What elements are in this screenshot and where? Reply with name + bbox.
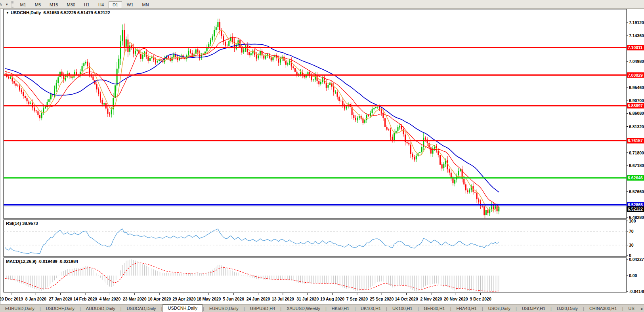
chart-title-ohlc: 6.51650 6.52225 6.51479 6.52122 bbox=[43, 10, 110, 15]
macd-axis-label: 0.042275 bbox=[629, 257, 644, 262]
rsi-axis-label: 70 bbox=[629, 229, 634, 234]
chart-title: ▼USDCNH,Daily 6.51650 6.52225 6.51479 6.… bbox=[6, 10, 110, 15]
price-axis-label: 7.19120 bbox=[629, 20, 644, 25]
date-axis-label: 8 Jan 2020 bbox=[25, 297, 46, 301]
date-axis-label: 27 Jan 2020 bbox=[49, 297, 72, 301]
date-axis-label: 23 Mar 2020 bbox=[123, 297, 147, 301]
price-line-badge-6.62646: 6.62646 bbox=[627, 175, 644, 181]
tab-AUDUSD-Daily[interactable]: AUDUSD,Daily bbox=[81, 305, 120, 312]
tab-UK100-H1[interactable]: UK100,H1 bbox=[387, 305, 418, 312]
timeframe-button-M15[interactable]: M15 bbox=[46, 1, 62, 8]
date-axis-label: 9 Dec 2020 bbox=[470, 297, 491, 301]
price-axis-label: 6.67180 bbox=[629, 163, 644, 168]
date-axis-label: 31 Jul 2020 bbox=[296, 297, 319, 301]
macd-indicator-label: MACD(12,26,9) -0.019489 -0.021984 bbox=[6, 259, 78, 264]
timeframe-button-H4[interactable]: H4 bbox=[94, 1, 108, 8]
rsi-axis-label: 100 bbox=[629, 219, 636, 223]
macd-pane[interactable] bbox=[4, 258, 627, 292]
top-toolbar: ✎ ▾ M1M5M15M30H1H4D1W1MN bbox=[0, 0, 644, 9]
svg-text:6.88897: 6.88897 bbox=[628, 103, 643, 108]
tab-USDCAD-Daily[interactable]: USDCAD,Daily bbox=[122, 305, 161, 312]
date-axis-label: 20 Nov 2020 bbox=[444, 297, 468, 301]
price-axis-label: 7.14360 bbox=[629, 33, 644, 38]
tab-HK50-H1[interactable]: HK50,H1 bbox=[327, 305, 355, 312]
tab-scroll-controls: ◄ ► bbox=[640, 307, 644, 312]
date-axis-label: 18 May 2020 bbox=[197, 297, 221, 301]
price-line-badge-7.00029: 7.00029 bbox=[627, 72, 644, 78]
tab-USDJPY-H1[interactable]: USDJPY,H1 bbox=[517, 305, 550, 312]
price-axis-label: 7.04980 bbox=[629, 59, 644, 64]
tab-UK100-H1[interactable]: UK100,H1 bbox=[355, 305, 386, 312]
timeframe-button-MN[interactable]: MN bbox=[138, 1, 153, 8]
rsi-axis-label: 30 bbox=[629, 243, 634, 247]
date-axis-label: 14 Oct 2020 bbox=[395, 297, 418, 301]
current-price-badge: 6.52122 bbox=[627, 206, 644, 212]
svg-text:6.76157: 6.76157 bbox=[628, 138, 643, 143]
date-axis-label: 20 Dec 2019 bbox=[0, 297, 23, 301]
tab-CHINA300-H1[interactable]: CHINA300,H1 bbox=[584, 305, 622, 312]
price-axis-label: 6.71800 bbox=[629, 150, 644, 155]
rsi-indicator-label: RSI(14) 38.9573 bbox=[6, 221, 38, 226]
price-axis-label: 6.90700 bbox=[629, 98, 644, 103]
svg-text:6.52122: 6.52122 bbox=[628, 207, 643, 211]
timeframe-button-W1[interactable]: W1 bbox=[123, 1, 138, 8]
toolbar-grip-handle[interactable] bbox=[11, 1, 13, 8]
tab-FRA40-H1[interactable]: FRA40,H1 bbox=[451, 305, 482, 312]
main-pane[interactable] bbox=[4, 9, 627, 219]
tab-USDCNH-Daily[interactable]: USDCNH,Daily bbox=[162, 304, 203, 312]
date-axis-label: 4 Mar 2020 bbox=[99, 297, 121, 301]
tab-EURUSD-Daily[interactable]: EURUSD,Daily bbox=[0, 305, 40, 312]
draw-tool-icon[interactable]: ✎ bbox=[0, 1, 5, 7]
chart-window: 7.191207.143607.049806.954606.907006.860… bbox=[0, 9, 644, 304]
date-axis-label: 19 Aug 2020 bbox=[320, 297, 344, 301]
date-axis-label: 2 Nov 2020 bbox=[420, 297, 442, 301]
price-axis: 7.191207.143607.049806.954606.907006.860… bbox=[627, 20, 644, 294]
svg-text:6.62646: 6.62646 bbox=[628, 175, 643, 180]
date-axis-label: 13 Jul 2020 bbox=[272, 297, 294, 301]
tab-scroll-left-icon[interactable]: ◄ bbox=[640, 307, 643, 311]
tab-USOil-Daily[interactable]: USOil,Daily bbox=[483, 305, 516, 312]
price-axis-label: 6.86080 bbox=[629, 111, 644, 116]
price-chart-canvas[interactable]: 7.191207.143607.049806.954606.907006.860… bbox=[0, 9, 644, 304]
tab-EURUSD-Daily[interactable]: EURUSD,Daily bbox=[204, 305, 244, 312]
date-axis-label: 29 Apr 2020 bbox=[172, 297, 196, 301]
timeframe-button-group: M1M5M15M30H1H4D1W1MN bbox=[16, 1, 153, 8]
price-axis-label: 6.57660 bbox=[629, 189, 644, 194]
timeframe-button-M30[interactable]: M30 bbox=[63, 1, 79, 8]
chart-tab-bar: EURUSD,Daily|USDCHF,Daily|AUDUSD,Daily|U… bbox=[0, 304, 644, 312]
price-axis-label: 6.81320 bbox=[629, 124, 644, 129]
svg-text:7.10011: 7.10011 bbox=[628, 45, 643, 50]
tab-USDCHF-Daily[interactable]: USDCHF,Daily bbox=[41, 305, 80, 312]
date-axis-label: 7 Sep 2020 bbox=[346, 297, 368, 301]
timeframe-button-M5[interactable]: M5 bbox=[31, 1, 45, 8]
timeframe-button-H1[interactable]: H1 bbox=[80, 1, 94, 8]
date-axis-label: 14 Feb 2020 bbox=[73, 297, 97, 301]
svg-text:7.00029: 7.00029 bbox=[628, 73, 643, 78]
price-line-badge-6.88897: 6.88897 bbox=[627, 103, 644, 108]
macd-axis-label: 0.00 bbox=[629, 273, 637, 278]
date-axis-label: 25 Sep 2020 bbox=[370, 297, 394, 301]
tab-US[interactable]: US bbox=[623, 305, 639, 312]
timeframe-button-D1[interactable]: D1 bbox=[109, 1, 122, 8]
price-axis-label: 6.95460 bbox=[629, 85, 644, 90]
macd-axis-label: -0.04148 bbox=[629, 289, 644, 294]
date-axis[interactable]: 20 Dec 20198 Jan 202027 Jan 202014 Feb 2… bbox=[0, 293, 491, 301]
rsi-pane[interactable] bbox=[4, 220, 627, 257]
date-axis-label: 5 Jun 2020 bbox=[223, 297, 244, 301]
tab-GER30-H1[interactable]: GER30,H1 bbox=[419, 305, 450, 312]
date-axis-label: 24 Jun 2020 bbox=[247, 297, 270, 301]
symbol-dropdown-icon[interactable]: ▼ bbox=[6, 11, 9, 15]
tab-XAUUSD-Weekly[interactable]: XAUUSD,Weekly bbox=[281, 305, 325, 312]
dropdown-caret-icon[interactable]: ▾ bbox=[6, 2, 8, 6]
tab-GBPUSD-H4[interactable]: GBPUSD,H4 bbox=[245, 305, 281, 312]
price-line-badge-7.10011: 7.10011 bbox=[627, 45, 644, 50]
timeframe-button-M1[interactable]: M1 bbox=[16, 1, 30, 8]
date-axis-label: 10 Apr 2020 bbox=[148, 297, 171, 301]
tab-DJ30-Daily[interactable]: DJ30,Daily bbox=[552, 305, 583, 312]
chart-title-symbol: USDCNH,Daily bbox=[11, 10, 41, 15]
price-line-badge-6.76157: 6.76157 bbox=[627, 138, 644, 143]
